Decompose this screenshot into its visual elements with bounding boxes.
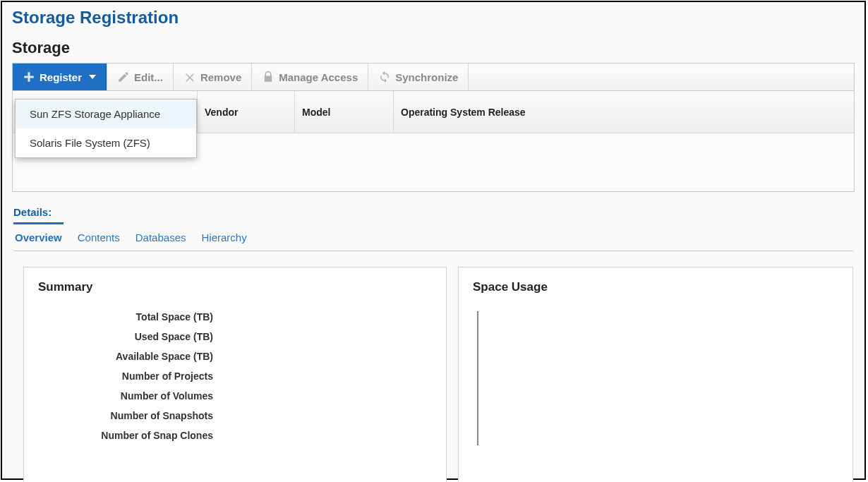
space-usage-panel: Space Usage — [458, 267, 853, 482]
summary-title: Summary — [38, 280, 432, 294]
synchronize-button[interactable]: Synchronize — [368, 64, 468, 90]
remove-label: Remove — [200, 71, 241, 83]
tab-overview[interactable]: Overview — [13, 222, 64, 251]
tab-contents[interactable]: Contents — [76, 222, 121, 251]
overview-panels: Summary Total Space (TB) Used Space (TB)… — [23, 267, 853, 482]
summary-row: Total Space (TB) — [136, 311, 213, 323]
caret-down-icon — [89, 75, 96, 79]
manage-access-label: Manage Access — [279, 71, 358, 83]
pencil-icon — [117, 71, 130, 83]
register-button[interactable]: Register — [13, 64, 107, 90]
summary-row: Used Space (TB) — [135, 331, 213, 342]
manage-access-button[interactable]: Manage Access — [252, 64, 368, 90]
x-icon — [183, 71, 196, 83]
remove-button[interactable]: Remove — [174, 64, 251, 90]
synchronize-label: Synchronize — [395, 71, 458, 83]
summary-row: Available Space (TB) — [116, 351, 213, 362]
register-dropdown: Sun ZFS Storage Appliance Solaris File S… — [15, 99, 197, 158]
toolbar: Register Edit... Remove Manage Access — [12, 63, 855, 91]
edit-button[interactable]: Edit... — [107, 64, 173, 90]
page-title: Storage Registration — [2, 2, 864, 33]
tab-databases[interactable]: Databases — [134, 222, 188, 251]
dropdown-item-sun-zfs[interactable]: Sun ZFS Storage Appliance — [16, 100, 196, 128]
section-heading-storage: Storage — [2, 33, 864, 63]
dropdown-item-solaris-zfs[interactable]: Solaris File System (ZFS) — [16, 128, 196, 157]
summary-row: Number of Projects — [122, 370, 213, 382]
summary-panel: Summary Total Space (TB) Used Space (TB)… — [23, 267, 447, 482]
summary-row: Number of Snapshots — [111, 410, 213, 421]
summary-rows: Total Space (TB) Used Space (TB) Availab… — [38, 311, 432, 441]
edit-label: Edit... — [134, 71, 163, 83]
plus-icon — [23, 71, 35, 83]
space-usage-chart — [477, 311, 838, 445]
sync-icon — [378, 71, 391, 83]
details-tabs: Overview Contents Databases Hierarchy — [13, 222, 853, 251]
column-header-os-release[interactable]: Operating System Release — [394, 91, 854, 133]
summary-row: Number of Snap Clones — [101, 430, 213, 441]
tab-hierarchy[interactable]: Hierarchy — [200, 222, 248, 251]
space-usage-title: Space Usage — [473, 280, 838, 294]
toolbar-separator — [468, 64, 469, 90]
column-header-model[interactable]: Model — [295, 91, 394, 133]
details-label: Details: — [2, 192, 864, 222]
summary-row: Number of Volumes — [121, 390, 213, 402]
register-label: Register — [40, 71, 82, 83]
lock-icon — [262, 71, 275, 83]
column-header-vendor[interactable]: Vendor — [198, 91, 295, 133]
